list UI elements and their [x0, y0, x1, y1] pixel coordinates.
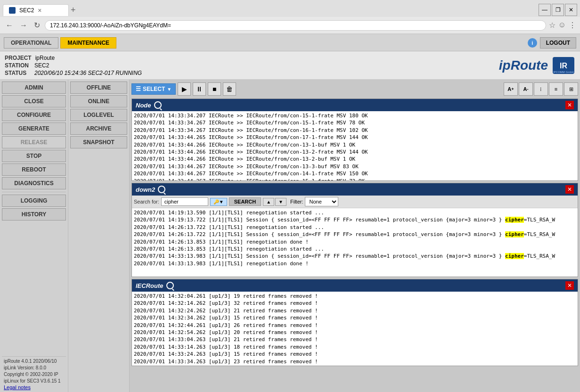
- select-label: SELECT: [143, 86, 165, 92]
- log-line: 2020/07/01 14:32:54.262 [up1/3] 20 retir…: [134, 329, 576, 336]
- sidebar-reboot-button[interactable]: REBOOT: [2, 163, 66, 176]
- logout-button[interactable]: LOGOUT: [540, 37, 576, 49]
- bookmark-icon[interactable]: ☆: [549, 21, 555, 30]
- refresh-button[interactable]: ↻: [32, 20, 42, 31]
- main-layout: ADMIN CLOSE CONFIGURE GENERATE RELEASE S…: [0, 80, 580, 392]
- search-input[interactable]: [161, 197, 208, 206]
- log-line: 2020/07/01 14:33:04.263 [up1/3] 21 retir…: [134, 336, 576, 343]
- archive-button[interactable]: ARCHIVE: [70, 122, 127, 135]
- copyright-text: Copyright © 2002-2020 IP: [2, 371, 60, 378]
- log-line: 2020/07/01 14:33:13.983 [1/1][TLS1] rene…: [134, 260, 576, 267]
- status-row: STATUS 2020/06/10 15:24:36 SEC2-017 RUNN…: [5, 70, 142, 76]
- sidebar-close-button[interactable]: CLOSE: [2, 95, 66, 107]
- sidebar-history-button[interactable]: HISTORY: [2, 208, 66, 220]
- active-tab[interactable]: SEC2 ×: [3, 4, 69, 16]
- tab-favicon: [9, 7, 16, 14]
- log-line: 2020/07/01 14:33:44.263 [up1/3] 29 retir…: [134, 365, 576, 366]
- new-tab-button[interactable]: +: [71, 5, 76, 15]
- sidebar-release-button[interactable]: RELEASE: [2, 136, 66, 148]
- panel-iecroute-close-button[interactable]: ✕: [565, 281, 574, 290]
- project-value: ipRoute: [35, 55, 55, 61]
- view-list-button[interactable]: ≡: [549, 82, 563, 96]
- filter-select[interactable]: None Error Warning Info: [305, 197, 338, 206]
- sub-sidebar-and-content: OFFLINE ONLINE LOGLEVEL ARCHIVE SNAPSHOT…: [68, 80, 580, 392]
- top-nav-info: i LOGOUT: [528, 37, 576, 49]
- log-line: 2020/07/01 14:33:24.263 [up1/3] 15 retir…: [134, 351, 576, 358]
- search-go-button[interactable]: SEARCH: [229, 197, 261, 206]
- status-label: STATUS: [5, 70, 31, 76]
- log-line: 2020/07/01 14:32:14.262 [up1/3] 32 retir…: [134, 300, 576, 307]
- panel-iecroute-search-icon[interactable]: [166, 282, 174, 289]
- sidebar-logging-button[interactable]: LOGGING: [2, 195, 66, 207]
- delete-button[interactable]: 🗑: [223, 82, 236, 96]
- tab-close-button[interactable]: ×: [38, 7, 41, 14]
- search-prev-button[interactable]: ▲: [263, 198, 274, 206]
- svg-text:IPCOMM GmbH: IPCOMM GmbH: [553, 71, 574, 74]
- minimize-button[interactable]: —: [539, 4, 551, 16]
- menu-icon[interactable]: ⋮: [569, 21, 576, 30]
- panel-down2-scroll[interactable]: 2020/07/01 14:19:13.590 [1/1][TLS1] rene…: [132, 208, 578, 277]
- account-icon[interactable]: ☺: [558, 21, 566, 30]
- panel-down2-close-button[interactable]: ✕: [565, 185, 574, 194]
- browser-chrome: SEC2 × + — ❐ ✕ ← → ↻ ☆ ☺ ⋮: [0, 0, 580, 34]
- panel-down2-header: down2 ✕: [132, 183, 578, 196]
- project-bar: PROJECT ipRoute STATION SEC2 STATUS 2020…: [0, 51, 580, 80]
- back-button[interactable]: ←: [4, 20, 15, 31]
- log-line: 2020/07/01 14:33:44.267 IECRoute >> IECR…: [134, 170, 576, 177]
- loglevel-button[interactable]: LOGLEVEL: [70, 109, 127, 121]
- station-row: STATION SEC2: [5, 62, 142, 69]
- maintenance-button[interactable]: MAINTENANCE: [60, 37, 116, 49]
- address-bar: ← → ↻ ☆ ☺ ⋮: [0, 17, 580, 34]
- close-window-button[interactable]: ✕: [565, 4, 577, 16]
- forward-button[interactable]: →: [18, 20, 29, 31]
- sidebar-stop-button[interactable]: STOP: [2, 150, 66, 162]
- select-arrow-icon: ▼: [167, 87, 172, 92]
- sidebar: ADMIN CLOSE CONFIGURE GENERATE RELEASE S…: [0, 80, 68, 392]
- maximize-button[interactable]: ❐: [552, 4, 564, 16]
- highlight-text: cipher: [505, 253, 524, 259]
- project-row: PROJECT ipRoute: [5, 55, 142, 61]
- log-line: 2020/07/01 14:26:13.722 [1/1][TLS1] rene…: [134, 224, 576, 231]
- sidebar-generate-button[interactable]: GENERATE: [2, 122, 66, 135]
- brand-name: ipRoute: [499, 58, 548, 73]
- top-nav: OPERATIONAL MAINTENANCE i LOGOUT: [0, 34, 580, 51]
- panel-node-search-icon[interactable]: [154, 101, 162, 109]
- legal-link[interactable]: Legal notes: [2, 384, 33, 391]
- address-bar-icons: ☆ ☺ ⋮: [549, 21, 576, 30]
- sidebar-divider: [2, 192, 66, 192]
- stop-button[interactable]: ■: [208, 82, 221, 96]
- view-columns-button[interactable]: ⫶: [534, 82, 548, 96]
- search-key-button[interactable]: 🔑▼: [210, 198, 227, 206]
- tab-title: SEC2: [19, 7, 34, 14]
- panel-iecroute-scroll[interactable]: 2020/07/01 14:32:04.261 [up1/3] 19 retir…: [132, 292, 578, 366]
- search-nav: ▲ ▼: [263, 198, 286, 206]
- sidebar-diagnostics-button[interactable]: DIAGNOSTICS: [2, 177, 66, 189]
- station-value: SEC2: [34, 62, 49, 69]
- panel-iecroute-title: IECRoute: [136, 282, 163, 289]
- play-button[interactable]: ▶: [178, 82, 191, 96]
- panel-down2-search-icon[interactable]: [158, 186, 165, 193]
- select-button[interactable]: ☰ SELECT ▼: [131, 83, 176, 95]
- font-decrease-button[interactable]: A-: [519, 82, 533, 96]
- search-next-button[interactable]: ▼: [275, 198, 286, 206]
- info-button[interactable]: i: [528, 38, 537, 48]
- log-line: 2020/07/01 14:33:44.266 IECRoute >> IECR…: [134, 148, 576, 155]
- log-line: 2020/07/01 14:26:13.853 [1/1][TLS1] rene…: [134, 245, 576, 253]
- log-line: 2020/07/01 14:33:14.263 [up1/3] 18 retir…: [134, 343, 576, 351]
- operational-button[interactable]: OPERATIONAL: [4, 37, 58, 49]
- panel-node-close-button[interactable]: ✕: [565, 101, 574, 109]
- offline-button[interactable]: OFFLINE: [70, 82, 127, 94]
- pause-button[interactable]: ⏸: [193, 82, 206, 96]
- panel-node-body: 2020/07/01 14:33:34.207 IECRoute >> IECR…: [132, 111, 578, 180]
- font-increase-button[interactable]: A+: [504, 82, 518, 96]
- panel-node-scroll[interactable]: 2020/07/01 14:33:34.207 IECRoute >> IECR…: [132, 111, 578, 180]
- snapshot-button[interactable]: SNAPSHOT: [70, 136, 127, 148]
- address-input[interactable]: [45, 20, 546, 31]
- log-line: 2020/07/01 14:33:34.263 [up1/3] 23 retir…: [134, 358, 576, 365]
- sidebar-admin-button[interactable]: ADMIN: [2, 82, 66, 94]
- online-button[interactable]: ONLINE: [70, 95, 127, 107]
- panel-iecroute: IECRoute ✕ 2020/07/01 14:32:04.261 [up1/…: [131, 279, 578, 366]
- sidebar-configure-button[interactable]: CONFIGURE: [2, 109, 66, 121]
- view-grid-button[interactable]: ⊞: [564, 82, 578, 96]
- log-line: 2020/07/01 14:33:34.267 IECRoute >> IECR…: [134, 127, 576, 134]
